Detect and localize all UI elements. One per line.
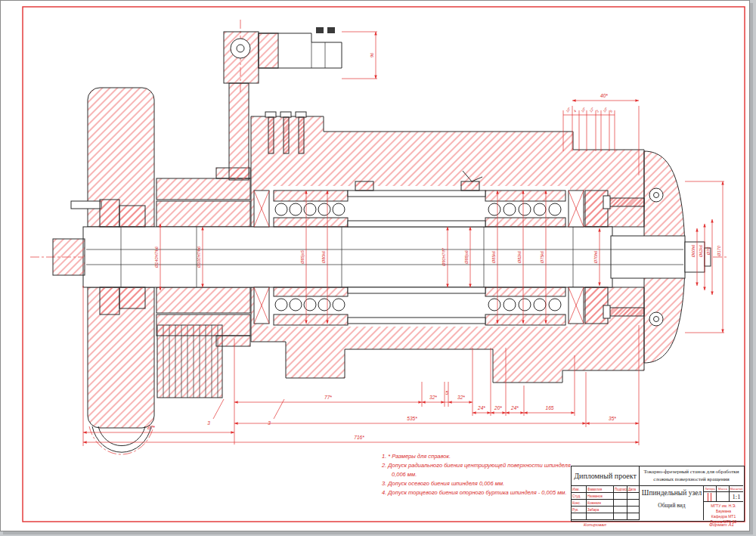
note-item: 3. Допуск осевого биения шпинделя 0,006 …	[382, 479, 580, 488]
signature-cell	[614, 500, 627, 506]
role-label: Рук.	[572, 507, 587, 513]
signature-row: Конс. Кожевин	[572, 500, 640, 507]
signature-cell	[614, 493, 627, 499]
dim-label: 77*	[324, 395, 332, 400]
date-cell	[627, 500, 640, 506]
dim-label: Ø62k6	[699, 244, 703, 258]
dim-label: Ø88js6	[464, 249, 469, 264]
organization-cell: МГТУ им. Н.Э. Баумана Кафедра МТ1 Группа…	[704, 502, 743, 520]
mass-value	[717, 492, 730, 502]
dim-label: Ø85k6	[491, 250, 496, 264]
date-cell	[627, 507, 640, 513]
col-izm: Изм.	[572, 486, 587, 492]
col-data: Дата	[627, 486, 640, 492]
role-label	[572, 513, 587, 519]
dim-label: 32*	[429, 395, 437, 400]
dim-label: 716*	[354, 435, 364, 440]
dim-label: Ø85js5	[300, 249, 305, 264]
dim-label: 40*	[600, 93, 608, 98]
litera-mass-scale-header: Литера Масса Масштаб	[704, 486, 743, 492]
col-familia: Фамилия	[587, 486, 614, 492]
date-cell	[627, 493, 640, 499]
dim-label: 535*	[407, 416, 417, 421]
format-label: Формат А1	[709, 522, 734, 527]
project-name-cell: Токарно-фрезерный станок для обработки с…	[640, 466, 743, 486]
name-label	[587, 513, 614, 519]
litera-label: Литера	[704, 486, 717, 491]
top-view-dimension: 96	[342, 32, 377, 79]
spindle-assembly-drawing: Ø140H7/k6 Ø100H7/h6 Ø85js5 Ø80k6 Ø90H7/f…	[0, 0, 756, 536]
copied-by-label: Копировал	[584, 522, 606, 527]
dim-label: 32*	[457, 395, 465, 400]
signature-row	[572, 513, 640, 520]
dim-label: 35*	[609, 416, 616, 421]
litera-mass-scale-values: 1:1	[704, 492, 743, 502]
role-label: Конс.	[572, 500, 587, 506]
dim-label: 10*	[603, 107, 609, 113]
doc-type-cell: Дипломный проект	[572, 466, 640, 486]
signature-table: Изм. Фамилия Подпись Дата Студ. Названов…	[572, 486, 640, 520]
drawing-subtitle: Общий вид	[640, 502, 704, 509]
dim-label: 5	[445, 390, 448, 395]
name-label: Названов	[587, 493, 614, 499]
dim-label: 4	[573, 109, 578, 113]
dim-label: 24*	[477, 405, 485, 411]
dim-label: Ø100H7/h6	[197, 246, 201, 268]
name-label: Забара	[587, 507, 614, 513]
dim-label: Ø70h6	[593, 250, 598, 264]
dim-label: 87*	[147, 425, 155, 430]
dim-label: Ø75k6	[540, 250, 544, 264]
signature-row: Студ. Названов	[572, 493, 640, 500]
date-cell	[627, 513, 640, 519]
dim-label: Ø70	[706, 246, 711, 256]
drawing-sheet-stage: Ø140H7/k6 Ø100H7/h6 Ø85js5 Ø80k6 Ø90H7/f…	[0, 0, 756, 536]
litera-marks	[704, 492, 717, 502]
title-block: Дипломный проект Токарно-фрезерный стано…	[571, 466, 745, 522]
groove-leader-label: 3	[268, 420, 271, 426]
groove-leader-label: 3	[207, 420, 210, 426]
dim-label: Ø90H7/f7	[442, 247, 446, 266]
dim-label: Ø60h6	[691, 244, 696, 258]
dim-label: 10*	[565, 107, 572, 113]
org-line: Кафедра МТ1	[704, 514, 743, 519]
signature-cell	[614, 507, 627, 513]
signature-row: Рук. Забара	[572, 507, 640, 513]
note-item: 4. Допуск торцевого биения опорного бурт…	[382, 488, 580, 497]
signature-cell	[614, 513, 627, 519]
dim-label: 12*	[589, 107, 595, 113]
dim-label: 96	[370, 52, 374, 57]
drawing-title: Шпиндельный узел	[640, 489, 704, 497]
dim-label: 20*	[494, 405, 502, 411]
name-label: Кожевин	[587, 500, 614, 506]
note-item: 2. Допуск радиального биения центрирующе…	[382, 461, 580, 479]
dim-label: Ø170	[717, 245, 721, 256]
dim-label: 10*	[581, 107, 587, 113]
dim-label: Ø80k6	[321, 250, 326, 264]
dim-label: Ø140H7/k6	[154, 246, 159, 268]
dim-label: 6	[609, 109, 614, 113]
note-item: 1. * Размеры для справок.	[382, 452, 580, 460]
housing-studs	[265, 112, 306, 153]
scale-value: 1:1	[730, 492, 743, 502]
scale-label: Масштаб	[730, 486, 743, 491]
role-label: Студ.	[572, 493, 587, 499]
mass-label: Масса	[717, 486, 730, 491]
dim-label: Ø82k6	[517, 250, 522, 264]
technical-notes: 1. * Размеры для справок. 2. Допуск ради…	[382, 452, 580, 497]
dim-label: 24*	[510, 405, 519, 411]
dim-label: 165	[546, 405, 554, 411]
org-line: МГТУ им. Н.Э. Баумана	[704, 503, 743, 514]
col-podpis: Подпись	[614, 486, 627, 492]
signature-table-header: Изм. Фамилия Подпись Дата	[572, 486, 640, 493]
